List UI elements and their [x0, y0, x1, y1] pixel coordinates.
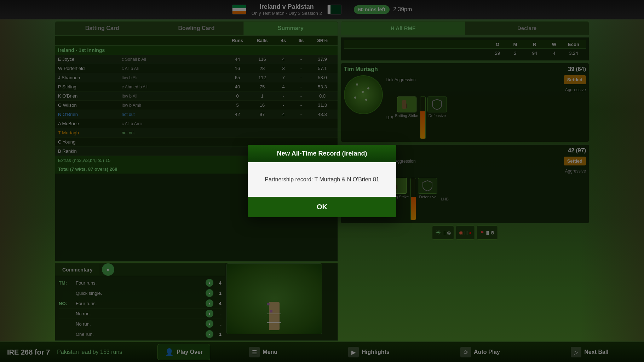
modal-body: Partnership record: T Murtagh & N O'Brie… — [248, 162, 396, 197]
record-modal: New All-Time Record (Ireland) Partnershi… — [248, 145, 396, 217]
modal-overlay: New All-Time Record (Ireland) Partnershi… — [0, 0, 644, 362]
modal-header: New All-Time Record (Ireland) — [248, 145, 396, 162]
modal-footer: OK — [248, 197, 396, 217]
modal-ok-button[interactable]: OK — [306, 201, 338, 213]
modal-title: New All-Time Record (Ireland) — [255, 150, 389, 157]
modal-body-text: Partnership record: T Murtagh & N O'Brie… — [258, 176, 386, 183]
